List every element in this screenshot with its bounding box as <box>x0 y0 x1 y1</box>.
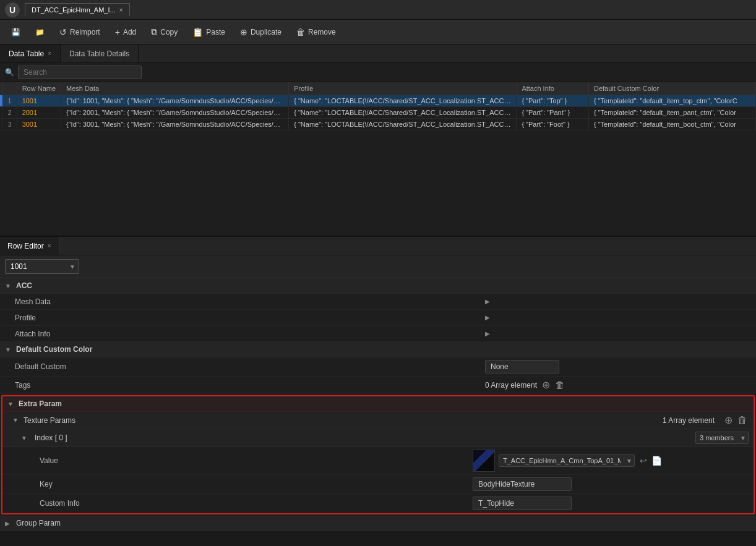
default-custom-color-section-header[interactable]: ▼ Default Custom Color <box>0 342 756 357</box>
acc-section-header[interactable]: ▼ ACC <box>0 278 756 294</box>
members-dropdown[interactable]: 3 members <box>695 432 749 444</box>
profile-row[interactable]: Profile ▶ <box>0 310 756 326</box>
save-icon: 💾 <box>11 28 20 36</box>
copy-icon: ⧉ <box>151 27 157 37</box>
row-profile: { "Name": "LOCTABLE(\/ACC/Shared/ST_ACC_… <box>289 107 517 119</box>
row-selector-wrapper: 100120013001 ▼ <box>5 259 79 274</box>
paste-icon: 📋 <box>192 27 203 37</box>
search-bar: 🔍 <box>0 63 756 82</box>
asset-select-wrap: T_ACC_EpicHmn_A_Cmn_TopA_01_Mask ▼ <box>499 454 635 467</box>
default-custom-color-chevron-down-icon: ▼ <box>5 346 12 353</box>
texture-params-header[interactable]: ▼ Texture Params 1 Array element ⊕ 🗑 <box>2 412 754 429</box>
row-selector-dropdown[interactable]: 100120013001 <box>5 259 79 274</box>
asset-action-buttons: ↩ 📄 <box>638 454 663 467</box>
table-row[interactable]: 3 3001 {"Id": 3001, "Mesh": { "Mesh": "/… <box>0 119 756 130</box>
asset-open-button[interactable]: 📄 <box>650 454 663 467</box>
tags-value: 0 Array element ⊕ 🗑 <box>485 379 751 391</box>
profile-expand-icon: ▶ <box>485 314 492 321</box>
row-mesh-data: {"Id": 3001, "Mesh": { "Mesh": "/Game/So… <box>61 119 289 130</box>
row-default-custom-color: { "TemplateId": "default_item_pant_ctm",… <box>588 107 755 119</box>
save-button[interactable]: 💾 <box>5 25 27 39</box>
add-button[interactable]: + Add <box>109 25 143 40</box>
row-id: 1001 <box>17 95 61 107</box>
custom-info-row[interactable]: Custom Info <box>2 494 754 513</box>
remove-button[interactable]: 🗑 Remove <box>290 25 342 40</box>
browse-button[interactable]: 📁 <box>29 25 51 39</box>
mesh-data-label: Mesh Data <box>15 297 485 306</box>
extra-param-header[interactable]: ▼ Extra Param <box>2 396 754 412</box>
document-tab[interactable]: DT_ACC_EpicHmn_AM_I... × <box>25 3 130 16</box>
tab-data-table-details[interactable]: Data Table Details <box>61 45 139 62</box>
key-input[interactable] <box>473 477 572 491</box>
remove-label: Remove <box>308 28 336 36</box>
key-value-area <box>473 477 749 491</box>
col-header-row-name[interactable]: Row Name <box>17 82 61 95</box>
extra-param-section: ▼ Extra Param ▼ Texture Params 1 Array e… <box>1 395 755 514</box>
custom-info-input[interactable] <box>473 497 572 510</box>
data-table-tab-close[interactable]: × <box>48 50 51 57</box>
attach-info-expand-icon: ▶ <box>485 330 492 337</box>
default-custom-input[interactable] <box>485 360 559 373</box>
asset-select-dropdown[interactable]: T_ACC_EpicHmn_A_Cmn_TopA_01_Mask <box>499 454 635 467</box>
tab-label: DT_ACC_EpicHmn_AM_I... <box>32 6 116 14</box>
group-param-chevron-right-icon: ▶ <box>5 520 12 527</box>
row-editor-tab-close[interactable]: × <box>48 242 51 249</box>
data-table-details-tab-label: Data Table Details <box>69 49 129 58</box>
copy-label: Copy <box>160 28 178 36</box>
texture-params-add-button[interactable]: ⊕ <box>723 414 734 426</box>
value-row[interactable]: Value T_ACC_EpicHmn_A_Cmn_TopA_01_Mask ▼… <box>2 447 754 475</box>
app-logo: U <box>5 2 20 17</box>
paste-button[interactable]: 📋 Paste <box>186 25 231 40</box>
row-number: 2 <box>2 107 17 119</box>
extra-param-label: Extra Param <box>19 399 62 408</box>
row-default-custom-color: { "TemplateId": "default_item_boot_ctm",… <box>588 119 755 130</box>
row-profile: { "Name": "LOCTABLE(\/ACC/Shared/ST_ACC_… <box>289 119 517 130</box>
row-default-custom-color: { "TemplateId": "default_item_top_ctm", … <box>588 95 755 107</box>
texture-params-count: 1 Array element <box>663 416 715 425</box>
mesh-data-row[interactable]: Mesh Data ▶ <box>0 294 756 310</box>
table-row[interactable]: 2 2001 {"Id": 2001, "Mesh": { "Mesh": "/… <box>0 107 756 119</box>
row-id: 2001 <box>17 107 61 119</box>
custom-info-label: Custom Info <box>40 499 473 508</box>
search-icon: 🔍 <box>5 68 14 77</box>
tab-close-button[interactable]: × <box>119 7 123 14</box>
tags-delete-button[interactable]: 🗑 <box>554 379 566 391</box>
members-selector-wrap: 3 members ▼ <box>695 432 749 444</box>
properties-area[interactable]: ▼ ACC Mesh Data ▶ Profile ▶ Attach Info … <box>0 278 756 531</box>
tab-data-table[interactable]: Data Table × <box>0 45 61 62</box>
col-header-attach-info[interactable]: Attach Info <box>517 82 589 95</box>
reimport-button[interactable]: ↺ Reimport <box>53 25 106 40</box>
tags-row[interactable]: Tags 0 Array element ⊕ 🗑 <box>0 377 756 394</box>
copy-button[interactable]: ⧉ Copy <box>145 24 184 40</box>
attach-info-label: Attach Info <box>15 330 485 338</box>
col-header-profile[interactable]: Profile <box>289 82 517 95</box>
extra-param-chevron-down-icon: ▼ <box>7 401 15 407</box>
add-icon: + <box>115 27 120 37</box>
index-header[interactable]: ▼ Index [ 0 ] 3 members ▼ <box>2 429 754 447</box>
row-attach-info: { "Part": "Top" } <box>517 95 589 107</box>
table-row[interactable]: 1 1001 {"Id": 1001, "Mesh": { "Mesh": "/… <box>0 95 756 107</box>
row-id: 3001 <box>17 119 61 130</box>
duplicate-button[interactable]: ⊕ Duplicate <box>234 25 288 40</box>
group-param-row[interactable]: ▶ Group Param <box>0 516 756 531</box>
profile-value: ▶ <box>485 314 751 321</box>
key-label: Key <box>40 480 473 488</box>
tags-add-button[interactable]: ⊕ <box>541 379 551 391</box>
texture-params-delete-button[interactable]: 🗑 <box>736 414 749 426</box>
texture-params-chevron-down-icon: ▼ <box>12 417 20 424</box>
key-row[interactable]: Key <box>2 475 754 494</box>
default-custom-label: Default Custom <box>15 362 485 371</box>
acc-chevron-down-icon: ▼ <box>5 283 12 289</box>
asset-browse-back-button[interactable]: ↩ <box>638 454 648 467</box>
col-header-row-num[interactable] <box>2 82 17 95</box>
col-header-mesh-data[interactable]: Mesh Data <box>61 82 289 95</box>
attach-info-row[interactable]: Attach Info ▶ <box>0 326 756 342</box>
row-editor-tab[interactable]: Row Editor × <box>0 237 59 255</box>
default-custom-row[interactable]: Default Custom <box>0 357 756 377</box>
col-header-default-custom-color[interactable]: Default Custom Color <box>588 82 755 95</box>
tags-label: Tags <box>15 381 485 390</box>
search-input[interactable] <box>18 66 142 79</box>
index-label: Index [ 0 ] <box>35 433 67 442</box>
data-table-container[interactable]: Row Name Mesh Data Profile Attach Info D… <box>0 82 756 237</box>
remove-icon: 🗑 <box>296 27 305 37</box>
